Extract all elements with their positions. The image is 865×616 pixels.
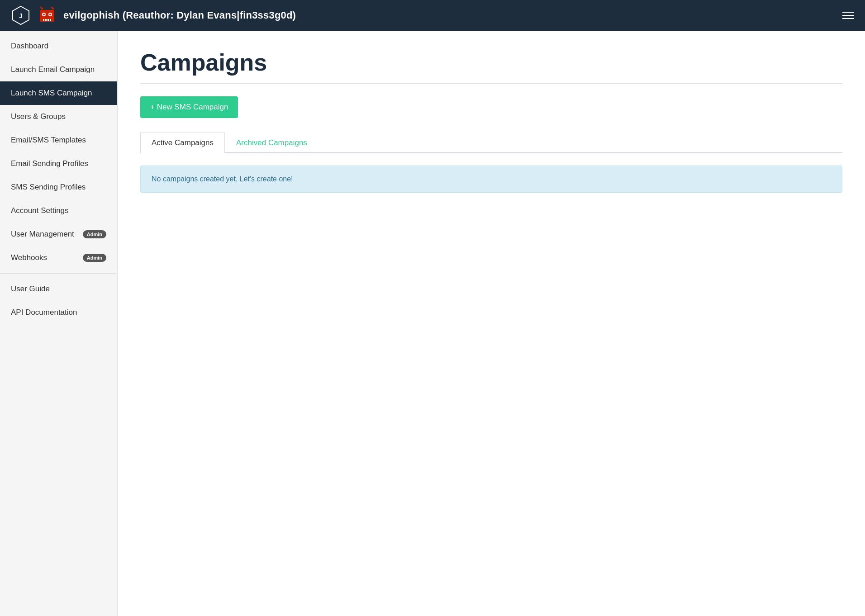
sidebar-item-webhooks[interactable]: WebhooksAdmin [0, 246, 117, 270]
svg-rect-11 [48, 19, 49, 21]
sidebar-item-label-user-management: User Management [11, 230, 74, 239]
sidebar-item-launch-sms-campaign[interactable]: Launch SMS Campaign [0, 81, 117, 105]
tab-archived-campaigns[interactable]: Archived Campaigns [225, 133, 318, 153]
svg-point-5 [43, 14, 45, 15]
sidebar-item-label-sms-sending-profiles: SMS Sending Profiles [11, 183, 86, 192]
new-sms-campaign-button[interactable]: + New SMS Campaign [140, 96, 238, 118]
sidebar-divider [0, 273, 117, 274]
sidebar-item-label-account-settings: Account Settings [11, 206, 69, 215]
hamburger-menu-icon[interactable] [842, 12, 854, 19]
sidebar-item-email-sending-profiles[interactable]: Email Sending Profiles [0, 152, 117, 175]
svg-point-6 [49, 14, 51, 15]
svg-marker-8 [51, 6, 54, 10]
sidebar-item-account-settings[interactable]: Account Settings [0, 199, 117, 223]
sidebar-item-email-sms-templates[interactable]: Email/SMS Templates [0, 128, 117, 152]
page-title: Campaigns [140, 49, 842, 76]
tab-active-campaigns[interactable]: Active Campaigns [140, 133, 225, 153]
sidebar-badge-user-management: Admin [83, 230, 106, 238]
page-divider [140, 83, 842, 84]
svg-rect-12 [50, 19, 51, 21]
main-content: Campaigns + New SMS Campaign Active Camp… [118, 31, 865, 616]
header-left: J evilgophish (Reauthor: Dy [11, 5, 296, 25]
no-campaigns-text: No campaigns created yet. Let's create o… [152, 175, 293, 183]
sidebar-item-label-email-sending-profiles: Email Sending Profiles [11, 159, 88, 168]
sidebar-item-dashboard[interactable]: Dashboard [0, 34, 117, 58]
sidebar-item-users-groups[interactable]: Users & Groups [0, 105, 117, 128]
sidebar-item-label-users-groups: Users & Groups [11, 112, 66, 121]
header-title: evilgophish (Reauthor: Dylan Evans|fin3s… [63, 9, 296, 21]
sidebar-item-label-dashboard: Dashboard [11, 42, 48, 51]
sidebar-item-api-documentation[interactable]: API Documentation [0, 301, 117, 324]
layout: DashboardLaunch Email CampaignLaunch SMS… [0, 31, 865, 616]
sidebar-badge-webhooks: Admin [83, 254, 106, 262]
campaign-tabs: Active Campaigns Archived Campaigns [140, 133, 842, 153]
sidebar-item-label-launch-sms-campaign: Launch SMS Campaign [11, 89, 92, 98]
sidebar-item-user-guide[interactable]: User Guide [0, 277, 117, 301]
svg-marker-7 [40, 6, 43, 10]
sidebar-item-user-management[interactable]: User ManagementAdmin [0, 223, 117, 246]
svg-text:J: J [19, 12, 23, 19]
sidebar-item-launch-email-campaign[interactable]: Launch Email Campaign [0, 58, 117, 81]
svg-rect-9 [43, 19, 44, 21]
svg-rect-2 [40, 10, 54, 22]
sidebar-item-label-webhooks: Webhooks [11, 253, 47, 262]
hex-logo-icon: J [11, 5, 31, 25]
sidebar-item-label-email-sms-templates: Email/SMS Templates [11, 136, 86, 145]
no-campaigns-message: No campaigns created yet. Let's create o… [140, 166, 842, 193]
sidebar-item-sms-sending-profiles[interactable]: SMS Sending Profiles [0, 175, 117, 199]
svg-rect-10 [45, 19, 47, 21]
mascot-icon [37, 5, 57, 25]
sidebar: DashboardLaunch Email CampaignLaunch SMS… [0, 31, 118, 616]
sidebar-item-label-launch-email-campaign: Launch Email Campaign [11, 65, 95, 74]
header: J evilgophish (Reauthor: Dy [0, 0, 865, 31]
